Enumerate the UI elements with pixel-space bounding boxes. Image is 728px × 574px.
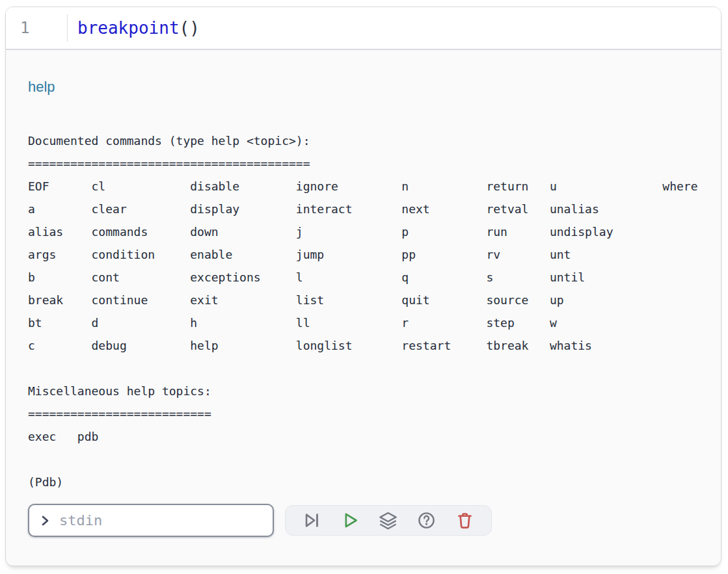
- layers-icon: [379, 511, 398, 530]
- python-playground-panel: 1 breakpoint() help Documented commands …: [5, 7, 721, 566]
- debug-toolbar: [285, 505, 492, 536]
- help-button[interactable]: [415, 509, 438, 532]
- question-circle-icon: [417, 511, 436, 530]
- output-area: help Documented commands (type help <top…: [6, 79, 721, 537]
- code-token-builtin: breakpoint: [77, 18, 180, 38]
- line-number: 1: [20, 19, 29, 37]
- controls-row: [28, 504, 721, 537]
- code-token-parens: (): [180, 18, 200, 38]
- clear-button[interactable]: [453, 509, 476, 532]
- chevron-right-icon: [38, 514, 51, 527]
- pdb-console-output: Documented commands (type help <topic>):…: [28, 129, 721, 493]
- command-echo: help: [28, 79, 721, 96]
- stack-button[interactable]: [377, 509, 400, 532]
- run-button[interactable]: [338, 509, 362, 532]
- stdin-box[interactable]: [28, 504, 274, 537]
- editor-gutter: 1: [6, 7, 68, 49]
- step-forward-icon: [303, 511, 321, 530]
- code-editor[interactable]: 1 breakpoint(): [6, 7, 721, 50]
- step-button[interactable]: [301, 509, 324, 532]
- trash-icon: [455, 511, 474, 530]
- stdin-input[interactable]: [58, 512, 256, 529]
- run-triangle-icon: [341, 511, 360, 530]
- code-line[interactable]: breakpoint(): [68, 7, 200, 49]
